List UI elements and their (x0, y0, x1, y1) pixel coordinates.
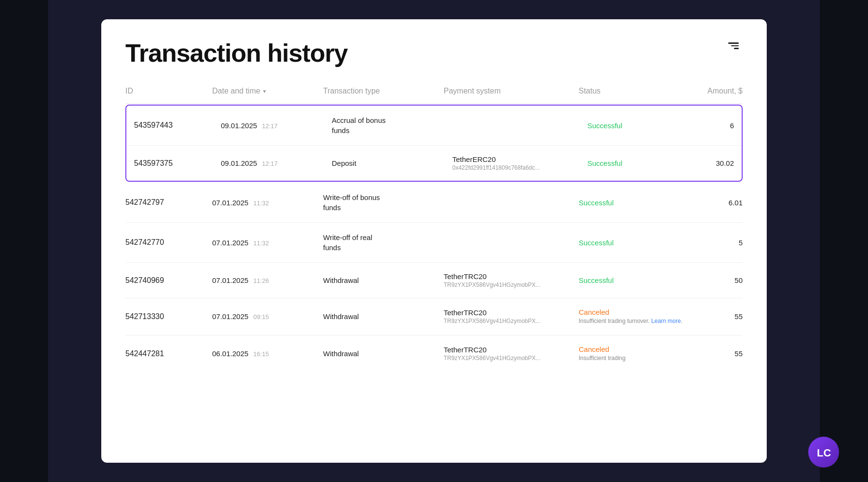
col-header-datetime[interactable]: Date and time ▼ (212, 87, 323, 95)
col-header-amount: Amount, $ (699, 87, 743, 95)
table-header: ID Date and time ▼ Transaction type Paym… (125, 87, 743, 104)
bg-right (820, 0, 868, 482)
cell-type: Accrual of bonusfunds (332, 115, 452, 135)
col-header-id: ID (125, 87, 212, 95)
table-row: 543597375 09.01.2025 12:17 Deposit Tethe… (126, 146, 742, 181)
cell-status: Canceled Insufficient trading (579, 345, 699, 362)
table-row: 542742797 07.01.2025 11:32 Write-off of … (125, 183, 743, 223)
cell-datetime: 09.01.2025 12:17 (221, 159, 332, 167)
cell-id: 542742797 (125, 198, 212, 207)
cell-datetime: 07.01.2025 09:15 (212, 312, 323, 321)
cell-type: Withdrawal (323, 275, 444, 285)
cell-datetime: 09.01.2025 12:17 (221, 121, 332, 130)
table-row: 542447281 06.01.2025 16:15 Withdrawal Te… (125, 335, 743, 372)
table-container: ID Date and time ▼ Transaction type Paym… (125, 87, 743, 372)
cell-datetime: 07.01.2025 11:26 (212, 276, 323, 284)
svg-text:LC: LC (817, 447, 831, 459)
cell-type: Withdrawal (323, 348, 444, 359)
cell-payment: TetherTRC20 TR9zYX1PX586Vgv41HGzymobPX..… (444, 308, 579, 324)
cell-datetime: 07.01.2025 11:32 (212, 199, 323, 207)
cell-amount: 55 (699, 349, 743, 358)
cell-payment: TetherERC20 0x422fd2991ff141809c768fa6dc… (452, 155, 587, 171)
main-container: Transaction history ID Date and time ▼ T… (101, 19, 767, 463)
cell-status: Successful (579, 199, 699, 207)
cell-type: Write-off of bonusfunds (323, 192, 444, 213)
cell-amount: 6 (708, 121, 734, 130)
cell-type: Write-off of realfunds (323, 232, 444, 253)
cell-amount: 30.02 (708, 159, 734, 167)
table-row: 543597443 09.01.2025 12:17 Accrual of bo… (126, 106, 742, 146)
table-row: 542713330 07.01.2025 09:15 Withdrawal Te… (125, 298, 743, 335)
page-title: Transaction history (125, 39, 348, 67)
logo-button[interactable]: LC (808, 437, 839, 468)
sort-arrow-datetime: ▼ (262, 89, 267, 94)
cell-status: Successful (579, 276, 699, 284)
cell-status: Successful (587, 121, 708, 130)
learn-more-link[interactable]: Learn more (651, 318, 681, 324)
col-header-payment: Payment system (444, 87, 579, 95)
cell-id: 542713330 (125, 312, 212, 321)
cell-id: 542742770 (125, 238, 212, 247)
col-header-type: Transaction type (323, 87, 444, 95)
bg-left (0, 0, 48, 482)
table-row: 542742770 07.01.2025 11:32 Write-off of … (125, 223, 743, 263)
cell-id: 542447281 (125, 349, 212, 358)
cell-datetime: 06.01.2025 16:15 (212, 349, 323, 358)
cell-payment: TetherTRC20 TR9zYX1PX586Vgv41HGzymobPX..… (444, 346, 579, 362)
highlighted-group: 543597443 09.01.2025 12:17 Accrual of bo… (125, 105, 743, 182)
cell-amount: 5 (699, 239, 743, 247)
filter-icon (728, 42, 739, 49)
cell-amount: 50 (699, 276, 743, 284)
cell-type: Deposit (332, 158, 452, 168)
col-header-status: Status (579, 87, 699, 95)
cell-amount: 6.01 (699, 199, 743, 207)
page-header: Transaction history (125, 39, 743, 67)
cell-type: Withdrawal (323, 311, 444, 321)
cell-status: Canceled Insufficient trading turnover. … (579, 308, 699, 325)
cell-status: Successful (579, 239, 699, 247)
cell-amount: 55 (699, 312, 743, 321)
cell-payment: TetherTRC20 TR9zYX1PX586Vgv41HGzymobPX..… (444, 272, 579, 288)
filter-button[interactable] (724, 39, 743, 53)
table-row: 542740969 07.01.2025 11:26 Withdrawal Te… (125, 263, 743, 298)
cell-id: 542740969 (125, 276, 212, 285)
cell-id: 543597375 (134, 159, 221, 168)
cell-id: 543597443 (134, 121, 221, 130)
cell-status: Successful (587, 159, 708, 167)
cell-datetime: 07.01.2025 11:32 (212, 239, 323, 247)
